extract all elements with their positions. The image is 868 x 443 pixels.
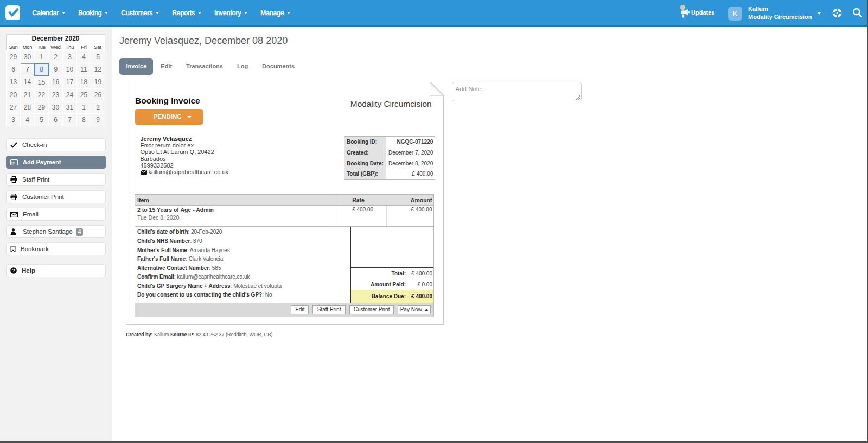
- svg-text:?: ?: [12, 268, 15, 273]
